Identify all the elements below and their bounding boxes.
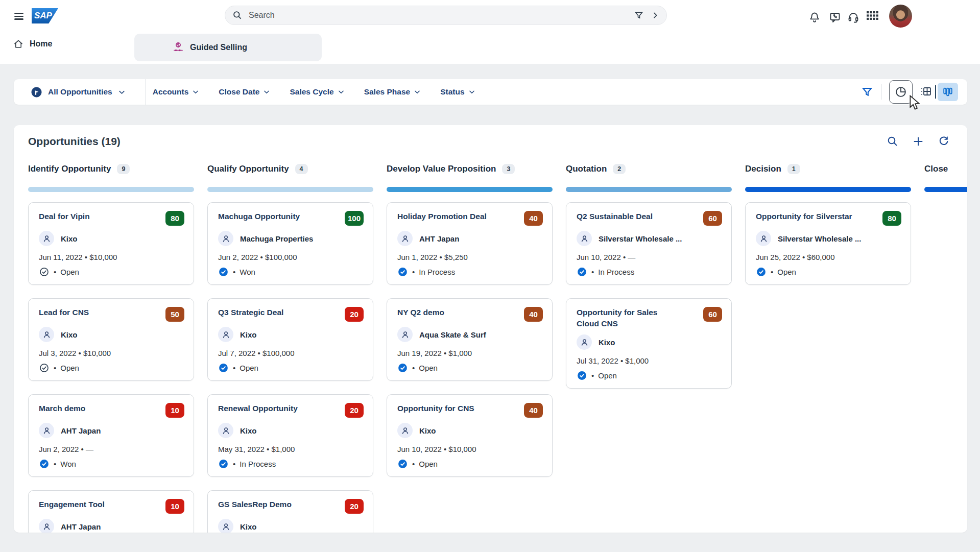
status-row: • In Process (577, 267, 722, 277)
score-badge: 40 (524, 307, 543, 322)
card-title-row: Deal for Vipin 80 (39, 211, 184, 226)
add-opportunity-icon[interactable] (912, 135, 924, 148)
chart-view-button[interactable] (889, 80, 913, 104)
tab-guided-selling-label: Guided Selling (190, 43, 247, 52)
account-row: Kixo (39, 327, 184, 342)
score-badge: 100 (345, 211, 364, 226)
status-bullet: • (412, 267, 415, 277)
opportunity-card[interactable]: Machuga Opportunity 100 Machuga Properti… (207, 202, 373, 285)
search-input[interactable] (248, 10, 634, 20)
opportunity-title: Renewal Opportunity (218, 403, 298, 414)
opportunity-card[interactable]: Opportunity for CNS 40 Kixo Jun 10, 2022… (387, 394, 553, 477)
scope-selector-all-opportunities[interactable]: All Opportunities (31, 86, 126, 98)
opportunity-card[interactable]: Renewal Opportunity 20 Kixo May 31, 2022… (207, 394, 373, 477)
account-person-icon (756, 231, 771, 246)
search-icon (232, 10, 243, 20)
kanban-view-button[interactable] (938, 83, 958, 101)
card-title-row: Holiday Promotion Deal 40 (397, 211, 543, 226)
score-badge: 80 (165, 211, 184, 226)
user-avatar[interactable] (889, 5, 912, 28)
status-bullet: • (54, 267, 56, 277)
opportunity-card[interactable]: NY Q2 demo 40 Aqua Skate & Surf Jun 19, … (387, 298, 553, 381)
status-check-filled-icon (397, 363, 408, 373)
status-row: • Open (39, 267, 184, 277)
opportunity-card[interactable]: March demo 10 AHT Japan Jun 2, 2022 • — … (28, 394, 194, 477)
filter-accounts[interactable]: Accounts (153, 87, 200, 97)
tab-guided-selling[interactable]: Guided Selling (134, 34, 322, 61)
status-row: • Open (397, 363, 543, 373)
chevron-down-icon (414, 88, 421, 95)
app-launcher-grid-icon[interactable] (867, 11, 879, 23)
status-row: • Open (39, 363, 184, 373)
status-row: • Open (397, 459, 543, 469)
kanban-board: Identify Opportunity 9 Deal for Vipin 80… (14, 163, 967, 533)
close-date-amount: Jun 10, 2022 • — (577, 252, 722, 262)
kanban-column: Close (924, 163, 967, 202)
filter-status[interactable]: Status (440, 87, 475, 97)
opportunity-card[interactable]: Q2 Sustainable Deal 60 Silverstar Wholes… (566, 202, 732, 285)
chevron-down-icon (468, 88, 475, 95)
status-bullet: • (412, 363, 415, 373)
opportunities-scope-icon (31, 86, 42, 98)
search-submit-chevron-icon[interactable] (651, 11, 659, 19)
filter-close-date-label: Close Date (219, 87, 259, 97)
tab-home[interactable]: Home (13, 39, 52, 49)
account-name: Kixo (61, 234, 78, 243)
filter-sales-cycle[interactable]: Sales Cycle (290, 87, 344, 97)
adapt-filters-icon[interactable] (861, 86, 873, 98)
notifications-bell-icon[interactable] (808, 11, 821, 23)
account-person-icon (39, 327, 54, 342)
account-name: Kixo (240, 330, 257, 339)
column-progress-bar (207, 187, 373, 192)
refresh-icon[interactable] (938, 135, 950, 148)
status-check-filled-icon (218, 267, 229, 277)
account-person-icon (577, 334, 592, 350)
sap-logo[interactable]: SAP (32, 8, 58, 23)
filter-close-date[interactable]: Close Date (219, 87, 270, 97)
opportunity-card[interactable]: Engagement Tool 10 AHT Japan Nov 12, 201… (28, 490, 194, 533)
home-icon (13, 39, 23, 49)
status-row: • Open (577, 370, 722, 381)
card-title-row: GS SalesRep Demo 20 (218, 499, 364, 514)
filter-bar-actions (861, 79, 958, 105)
status-text: Open (598, 370, 617, 381)
menu-icon[interactable] (14, 13, 23, 20)
opportunity-card[interactable]: Lead for CNS 50 Kixo Jul 3, 2022 • $10,0… (28, 298, 194, 381)
status-row: • In Process (218, 459, 364, 469)
column-header: Qualify Opportunity 4 (207, 163, 373, 175)
column-cards: Deal for Vipin 80 Kixo Jun 11, 2022 • $1… (28, 202, 194, 533)
headset-support-icon[interactable] (847, 11, 859, 23)
kanban-column: Develop Value Proposition 3 Holiday Prom… (387, 163, 553, 477)
table-view-button[interactable] (918, 84, 934, 100)
opportunity-card[interactable]: GS SalesRep Demo 20 Kixo May 22, 2022 • … (207, 490, 373, 533)
account-row: Kixo (218, 519, 364, 533)
chevron-down-icon (118, 88, 126, 96)
status-text: Open (240, 363, 258, 373)
score-badge: 10 (165, 403, 184, 418)
opportunity-card[interactable]: Opportunity for Silverstar 80 Silverstar… (745, 202, 911, 285)
page-title: Opportunities (19) (28, 135, 121, 148)
opportunity-card[interactable]: Q3 Strategic Deal 20 Kixo Jul 7, 2022 • … (207, 298, 373, 381)
account-name: AHT Japan (61, 426, 101, 435)
column-title: Quotation (566, 164, 607, 174)
status-check-filled-icon (218, 459, 229, 469)
opportunity-title: Deal for Vipin (39, 211, 90, 222)
opportunity-card[interactable]: Deal for Vipin 80 Kixo Jun 11, 2022 • $1… (28, 202, 194, 285)
search-filter-icon[interactable] (634, 10, 644, 20)
opportunity-card[interactable]: Holiday Promotion Deal 40 AHT Japan Jun … (387, 202, 553, 285)
board-actions (887, 135, 950, 148)
opportunity-card[interactable]: Opportunity for Sales Cloud CNS 60 Kixo … (566, 298, 732, 389)
chat-call-icon[interactable] (829, 11, 841, 23)
account-name: Kixo (61, 330, 78, 339)
opportunity-title: GS SalesRep Demo (218, 499, 292, 510)
opportunity-title: Opportunity for Sales Cloud CNS (577, 307, 679, 329)
board-search-icon[interactable] (887, 135, 899, 148)
opportunity-title: Opportunity for Silverstar (756, 211, 852, 222)
column-header: Close (924, 163, 967, 175)
filter-sales-phase[interactable]: Sales Phase (364, 87, 421, 97)
global-search[interactable] (225, 6, 667, 25)
card-title-row: Q3 Strategic Deal 20 (218, 307, 364, 322)
account-name: Kixo (240, 522, 257, 531)
score-badge: 60 (703, 211, 722, 226)
panel-header: Opportunities (19) (14, 125, 967, 148)
